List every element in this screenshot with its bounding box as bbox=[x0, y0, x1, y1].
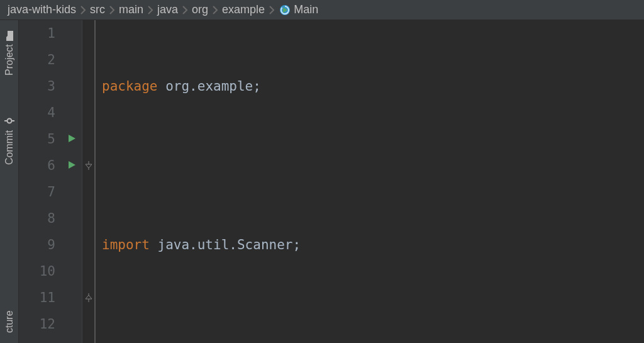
line-number[interactable]: 10 bbox=[19, 258, 55, 284]
line-number[interactable]: 1 bbox=[19, 20, 55, 47]
crumb-example[interactable]: example bbox=[222, 3, 265, 16]
line-number[interactable]: 5 bbox=[19, 126, 55, 152]
line-number[interactable]: 8 bbox=[19, 205, 55, 232]
run-gutter bbox=[62, 20, 82, 343]
crumb-project[interactable]: java-with-kids bbox=[8, 3, 76, 16]
editor-gutter: 1 2 3 4 5 6 7 8 9 10 11 12 bbox=[19, 20, 82, 343]
line-number[interactable]: 9 bbox=[19, 232, 55, 258]
run-class-icon[interactable] bbox=[67, 126, 77, 152]
chevron-right-icon bbox=[180, 6, 189, 14]
code-line bbox=[102, 152, 644, 179]
crumb-main[interactable]: main bbox=[119, 3, 143, 16]
tool-window-structure[interactable]: cture bbox=[4, 303, 15, 340]
tool-window-commit[interactable]: Commit bbox=[4, 112, 15, 169]
run-method-icon[interactable] bbox=[67, 152, 77, 179]
code-line bbox=[102, 311, 644, 337]
chevron-right-icon bbox=[146, 6, 155, 14]
line-number[interactable]: 7 bbox=[19, 179, 55, 205]
fold-handle-open-top-icon[interactable] bbox=[82, 152, 94, 179]
code-line: import java.util.Scanner; bbox=[102, 232, 644, 258]
svg-point-1 bbox=[7, 119, 11, 123]
folder-icon bbox=[5, 30, 14, 42]
crumb-file[interactable]: Main bbox=[294, 3, 318, 16]
class-runnable-icon bbox=[279, 4, 291, 16]
chevron-right-icon bbox=[108, 6, 116, 14]
chevron-right-icon bbox=[267, 6, 276, 14]
code-area[interactable]: package org.example; import java.util.Sc… bbox=[94, 20, 644, 343]
fold-handle-open-bottom-icon[interactable] bbox=[82, 284, 94, 311]
tool-window-project[interactable]: Project bbox=[4, 25, 15, 82]
crumb-java[interactable]: java bbox=[157, 3, 178, 16]
crumb-src[interactable]: src bbox=[90, 3, 105, 16]
line-number[interactable]: 11 bbox=[19, 284, 55, 311]
line-number[interactable]: 6 bbox=[19, 152, 55, 179]
code-line: package org.example; bbox=[102, 73, 644, 99]
fold-gutter bbox=[82, 20, 94, 343]
tool-window-strip: Project Commit cture bbox=[0, 20, 19, 343]
commit-icon bbox=[4, 115, 14, 127]
crumb-org[interactable]: org bbox=[192, 3, 208, 16]
breadcrumb: java-with-kids src main java org example… bbox=[0, 0, 644, 20]
chevron-right-icon bbox=[211, 6, 219, 14]
code-editor[interactable]: 1 2 3 4 5 6 7 8 9 10 11 12 bbox=[19, 20, 644, 343]
chevron-right-icon bbox=[79, 6, 87, 14]
line-number[interactable]: 3 bbox=[19, 73, 55, 99]
line-number[interactable]: 2 bbox=[19, 47, 55, 73]
line-number[interactable]: 12 bbox=[19, 311, 55, 337]
line-number-column: 1 2 3 4 5 6 7 8 9 10 11 12 bbox=[19, 20, 62, 343]
line-number[interactable]: 4 bbox=[19, 99, 55, 126]
